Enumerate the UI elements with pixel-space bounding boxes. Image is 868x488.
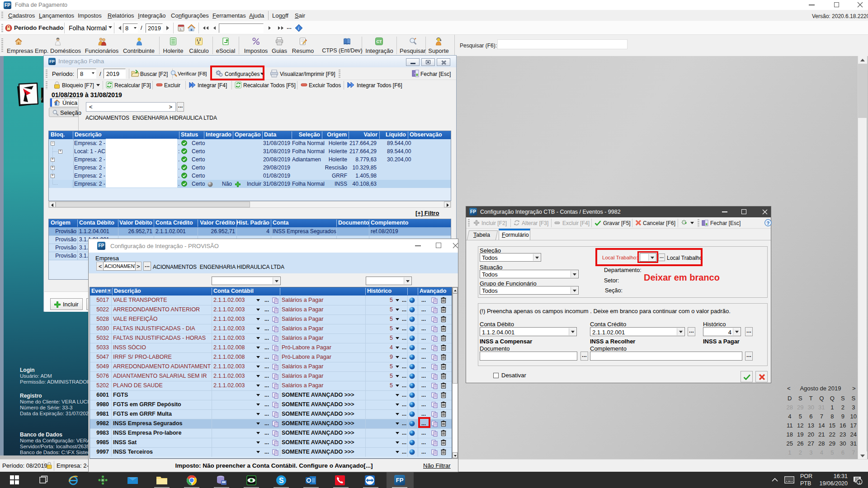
svg-text:CT: CT bbox=[377, 39, 382, 44]
svg-text:3: 3 bbox=[198, 41, 199, 44]
svg-text:S: S bbox=[279, 477, 284, 484]
svg-text:i: i bbox=[298, 25, 299, 31]
svg-text:1: 1 bbox=[859, 480, 861, 485]
svg-text:2: 2 bbox=[199, 38, 201, 41]
svg-text:IB: IB bbox=[102, 479, 104, 482]
svg-text:?: ? bbox=[767, 221, 770, 226]
